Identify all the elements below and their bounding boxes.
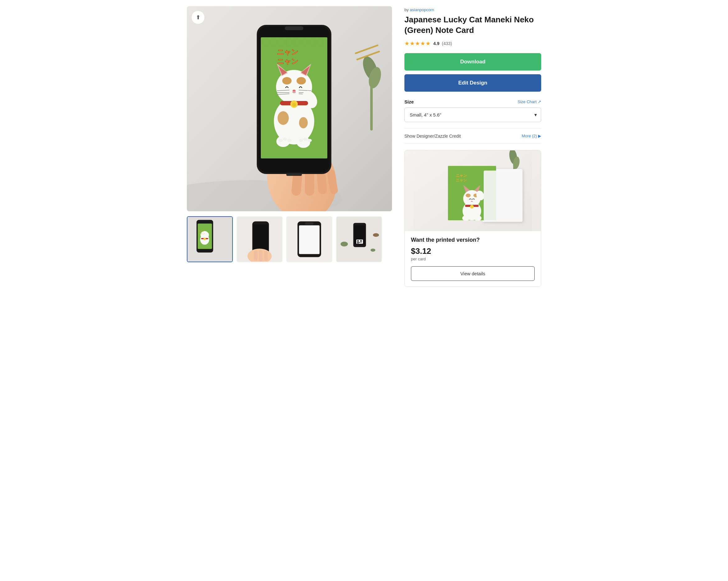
svg-point-114 (470, 205, 474, 209)
thumbnail-1[interactable]: ニャン ニャン (187, 216, 233, 262)
svg-rect-117 (484, 170, 521, 222)
printed-price: $3.12 (411, 246, 535, 256)
printed-version-card: ニャン ニャン (405, 150, 541, 287)
svg-point-108 (466, 193, 471, 197)
svg-text:ニャン: ニャン (456, 174, 467, 178)
svg-point-53 (296, 137, 310, 148)
svg-point-51 (299, 117, 308, 128)
size-select[interactable]: Small, 4" x 5.6" Large, 5" x 7" (405, 107, 541, 122)
thumbnail-1-image: ニャン ニャン (187, 216, 232, 262)
svg-text:ニャン: ニャン (198, 230, 205, 232)
size-chart-text: Size Chart (518, 100, 537, 104)
svg-rect-60 (285, 26, 303, 30)
thumbnail-3[interactable] (286, 216, 332, 262)
left-panel: ⬆ (187, 6, 392, 287)
main-product-image: ニャン ニャン (187, 6, 392, 211)
svg-point-46 (307, 94, 314, 99)
size-header: Size Size Chart ↗ (405, 99, 541, 104)
rating-score: 4.9 (433, 41, 439, 46)
svg-point-56 (287, 139, 292, 142)
edit-design-button[interactable]: Edit Design (405, 74, 541, 91)
page-container: ⬆ (178, 0, 550, 293)
svg-rect-89 (357, 240, 359, 242)
svg-point-70 (204, 238, 206, 240)
svg-point-37 (296, 77, 306, 84)
svg-rect-92 (359, 242, 360, 243)
share-button[interactable]: ⬆ (191, 10, 205, 24)
right-panel: by asianpopcorn Japanese Lucky Cat Manek… (405, 6, 541, 287)
printed-card-content: Want the printed version? $3.12 per card… (405, 231, 541, 287)
svg-rect-90 (360, 240, 362, 242)
svg-rect-61 (286, 174, 302, 176)
thumbnail-4-image (337, 216, 382, 262)
svg-point-87 (370, 248, 375, 252)
svg-point-38 (292, 90, 295, 92)
rating-count: (433) (442, 41, 452, 46)
svg-rect-81 (305, 222, 313, 225)
star-rating: ★★★★★ (405, 40, 431, 47)
rating-row: ★★★★★ 4.9 (433) (405, 40, 541, 47)
svg-point-54 (279, 139, 283, 142)
svg-point-58 (303, 138, 307, 141)
thumbnail-2-image (237, 216, 282, 262)
svg-point-115 (462, 215, 470, 221)
more-link[interactable]: More (2) ▶ (522, 134, 541, 138)
svg-text:ニャン: ニャン (277, 48, 298, 56)
by-label: by (405, 7, 409, 12)
svg-rect-93 (361, 242, 362, 243)
author-line: by asianpopcorn (405, 7, 541, 12)
svg-rect-76 (259, 250, 263, 262)
svg-point-36 (282, 77, 292, 84)
thumbnails-row: ニャン ニャン (187, 216, 392, 262)
designer-credit-row: Show Designer/Zazzle Credit More (2) ▶ (405, 128, 541, 144)
thumbnail-3-image (287, 216, 332, 262)
thumbnail-4[interactable] (336, 216, 382, 262)
svg-point-49 (292, 103, 296, 107)
svg-rect-91 (357, 242, 359, 244)
designer-credit-label: Show Designer/Zazzle Credit (405, 134, 461, 138)
svg-point-116 (474, 215, 482, 221)
size-select-wrapper: Small, 4" x 5.6" Large, 5" x 7" ▾ (405, 107, 541, 122)
svg-text:ニャン: ニャン (456, 178, 467, 182)
svg-point-86 (373, 233, 379, 237)
size-chart-icon: ↗ (538, 100, 541, 104)
size-chart-link[interactable]: Size Chart ↗ (518, 100, 541, 104)
svg-text:ニャン: ニャン (277, 57, 298, 65)
svg-point-55 (283, 138, 287, 141)
size-section: Size Size Chart ↗ Small, 4" x 5.6" Large… (405, 99, 541, 122)
printed-image-container: ニャン ニャン (405, 150, 541, 231)
download-button[interactable]: Download (405, 53, 541, 71)
svg-point-50 (278, 111, 289, 125)
share-icon: ⬆ (196, 14, 201, 21)
svg-point-59 (307, 139, 312, 142)
svg-rect-80 (299, 225, 319, 254)
thumbnail-2[interactable] (237, 216, 283, 262)
product-title: Japanese Lucky Cat Maneki Neko (Green) N… (405, 15, 541, 36)
svg-rect-75 (254, 250, 258, 261)
view-details-button[interactable]: View details (411, 266, 535, 281)
svg-text:ニャン: ニャン (198, 232, 205, 235)
svg-point-57 (299, 139, 303, 142)
printed-question: Want the printed version? (411, 237, 535, 243)
per-card-label: per card (411, 257, 535, 261)
main-image-container: ⬆ (187, 6, 392, 211)
size-label: Size (405, 99, 414, 104)
svg-rect-77 (264, 251, 268, 261)
product-svg: ニャン ニャン (187, 6, 392, 211)
svg-point-85 (341, 242, 348, 247)
svg-rect-73 (253, 224, 268, 252)
printed-card-image: ニャン ニャン (414, 150, 532, 231)
author-link[interactable]: asianpopcorn (410, 7, 434, 12)
